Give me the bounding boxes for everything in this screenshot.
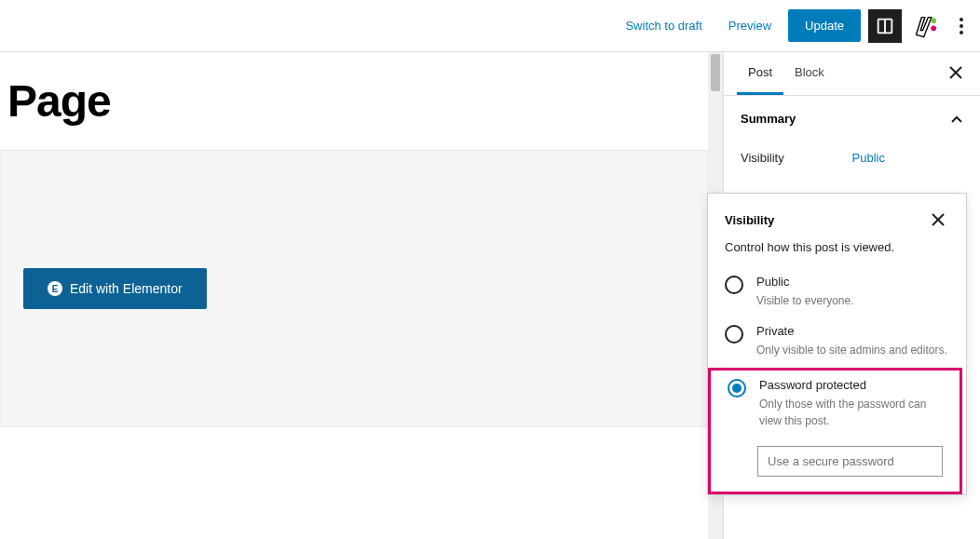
visibility-option-public[interactable]: Public Visible to everyone. xyxy=(708,267,966,317)
radio-private[interactable] xyxy=(725,325,743,344)
radio-password-label: Password protected xyxy=(759,378,943,392)
elementor-icon: E xyxy=(48,281,62,296)
radio-password-content: Password protected Only those with the p… xyxy=(759,378,943,429)
svg-point-2 xyxy=(931,18,936,23)
popover-header: Visibility xyxy=(708,194,966,240)
radio-public[interactable] xyxy=(725,276,743,294)
popover-title: Visibility xyxy=(725,213,774,227)
visibility-row: Visibility Public xyxy=(724,141,980,182)
elementor-btn-label: Edit with Elementor xyxy=(70,281,183,296)
popover-description: Control how this post is viewed. xyxy=(708,240,966,267)
visibility-option-private[interactable]: Private Only visible to site admins and … xyxy=(708,317,966,366)
svg-point-4 xyxy=(960,18,963,21)
tab-post[interactable]: Post xyxy=(737,52,783,95)
switch-to-draft-button[interactable]: Switch to draft xyxy=(616,11,711,40)
password-input[interactable] xyxy=(757,446,943,477)
radio-private-content: Private Only visible to site admins and … xyxy=(756,324,949,358)
chevron-up-icon xyxy=(950,111,963,127)
radio-private-label: Private xyxy=(756,324,949,338)
top-bar: Switch to draft Preview Update xyxy=(0,0,980,52)
settings-panel-toggle-icon[interactable] xyxy=(868,9,902,43)
sidebar-tabs: Post Block xyxy=(724,52,980,96)
visibility-option-password[interactable]: Password protected Only those with the p… xyxy=(711,371,960,437)
more-options-icon[interactable] xyxy=(950,9,973,43)
radio-public-desc: Visible to everyone. xyxy=(756,292,949,309)
svg-point-5 xyxy=(960,24,963,28)
svg-point-3 xyxy=(931,25,936,31)
close-sidebar-icon[interactable] xyxy=(945,61,967,84)
radio-password[interactable] xyxy=(728,379,746,398)
elementor-block: E Edit with Elementor xyxy=(0,150,708,427)
visibility-label: Visibility xyxy=(741,151,852,165)
svg-point-6 xyxy=(960,31,963,34)
close-popover-icon[interactable] xyxy=(927,209,949,231)
visibility-value-link[interactable]: Public xyxy=(852,151,964,165)
edit-with-elementor-button[interactable]: E Edit with Elementor xyxy=(23,268,207,309)
tab-block[interactable]: Block xyxy=(783,52,836,95)
preview-button[interactable]: Preview xyxy=(719,11,781,40)
content-area: Page E Edit with Elementor xyxy=(0,52,708,539)
radio-password-desc: Only those with the password can view th… xyxy=(759,396,943,429)
summary-panel-header[interactable]: Summary xyxy=(724,96,980,141)
radio-public-content: Public Visible to everyone. xyxy=(756,275,949,309)
update-button[interactable]: Update xyxy=(788,9,861,42)
password-highlight-box: Password protected Only those with the p… xyxy=(708,368,962,494)
scrollbar-thumb[interactable] xyxy=(711,54,720,91)
radio-public-label: Public xyxy=(756,275,949,289)
visibility-popover: Visibility Control how this post is view… xyxy=(707,193,967,495)
yoast-icon[interactable] xyxy=(909,9,943,43)
page-title[interactable]: Page xyxy=(0,52,708,150)
summary-title: Summary xyxy=(741,112,796,126)
radio-private-desc: Only visible to site admins and editors. xyxy=(756,342,949,358)
